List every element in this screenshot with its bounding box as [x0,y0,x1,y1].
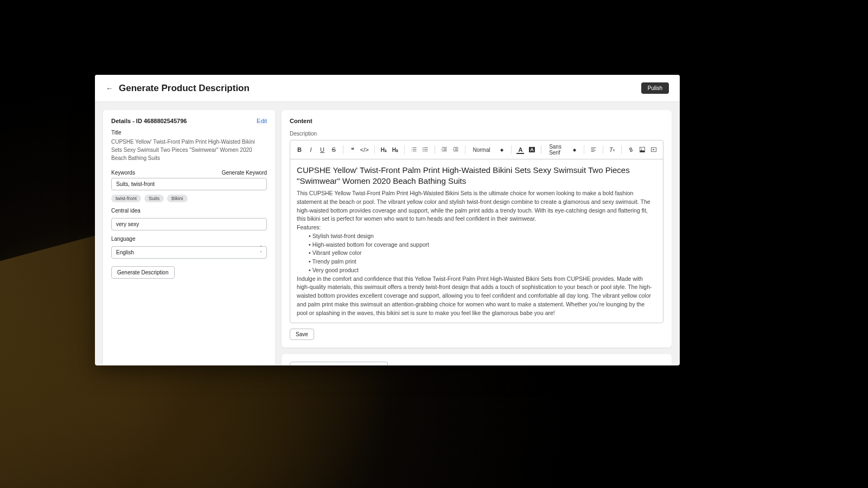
tag[interactable]: twist-front [111,195,141,202]
svg-point-0 [423,147,424,149]
keywords-input[interactable] [111,178,267,190]
page-title: Generate Product Description [119,83,250,94]
central-idea-label: Central idea [111,208,267,214]
bg-color-icon[interactable]: A [528,147,535,152]
page-header: ← Generate Product Description Pulish [95,75,680,102]
central-idea-input[interactable] [111,218,267,230]
content-panel: Content Description B I U S ❝ </> [282,110,672,348]
svg-point-4 [641,149,642,150]
ordered-list-icon[interactable] [410,146,418,153]
feature-item: Very good product [309,266,656,275]
generate-description-button[interactable]: Generate Description [111,266,175,279]
text-color-icon[interactable]: A [516,146,524,153]
strike-icon[interactable]: S [330,146,337,153]
app-window: ← Generate Product Description Pulish De… [95,75,680,365]
editor-content[interactable]: CUPSHE Yellow' Twist-Front Palm Print Hi… [290,159,663,323]
align-icon[interactable] [590,146,597,153]
details-header: Details - ID 4688802545796 [111,118,187,124]
back-arrow-icon[interactable]: ← [106,84,113,93]
link-icon[interactable] [627,146,635,153]
bullet-list-icon[interactable] [422,146,429,153]
keyword-tags: twist-front Suits Bikini [111,195,267,202]
title-text: CUPSHE Yellow' Twist-Front Palm Print Hi… [111,138,267,162]
svg-point-1 [423,149,424,150]
feature-item: High-waisted bottom for coverage and sup… [309,241,656,249]
clear-format-icon[interactable]: Tx [608,146,616,153]
features-list: Stylish twist-front design High-waisted … [297,232,656,275]
paragraph-style-select[interactable]: Normal◆ [470,147,505,153]
language-label: Language [111,236,267,242]
ai-records-accordion[interactable]: ⌄ AI generated description records [290,362,388,365]
indent-icon[interactable] [452,146,459,153]
tag[interactable]: Bikini [167,195,188,202]
editor-toolbar: B I U S ❝ </> H₁ H₂ [290,140,663,159]
video-icon[interactable] [650,146,658,153]
publish-button[interactable]: Pulish [641,82,669,94]
svg-point-2 [423,151,424,152]
description-label: Description [290,131,663,137]
features-label: Features: [297,223,656,232]
language-select[interactable] [111,246,267,259]
font-family-select[interactable]: Sans Serif◆ [547,144,578,156]
title-label: Title [111,130,267,136]
feature-item: Stylish twist-front design [309,232,656,241]
edit-link[interactable]: Edit [257,118,267,124]
italic-icon[interactable]: I [307,146,315,153]
quote-icon[interactable]: ❝ [349,146,356,153]
content-paragraph: Indulge in the comfort and confidence th… [297,275,656,318]
content-paragraph: This CUPSHE Yellow Twist-Front Palm Prin… [297,189,656,223]
image-icon[interactable] [639,146,646,153]
content-header: Content [290,118,663,124]
feature-item: Trendy palm print [309,258,656,266]
rich-text-editor: B I U S ❝ </> H₁ H₂ [290,140,663,323]
keywords-label: Keywords [111,170,135,176]
code-icon[interactable]: </> [360,146,369,153]
underline-icon[interactable]: U [318,146,326,153]
outdent-icon[interactable] [441,146,448,153]
ai-records-card: ⌄ AI generated description records [282,354,672,365]
bold-icon[interactable]: B [296,146,303,153]
h1-icon[interactable]: H₁ [380,147,387,153]
feature-item: Vibrant yellow color [309,249,656,258]
tag[interactable]: Suits [144,195,164,202]
generate-keyword-link[interactable]: Generate Keyword [222,170,267,176]
content-heading: CUPSHE Yellow' Twist-Front Palm Print Hi… [297,165,656,186]
save-button[interactable]: Save [290,329,314,340]
details-panel: Details - ID 4688802545796 Edit Title CU… [103,110,275,365]
h2-icon[interactable]: H₂ [391,147,399,153]
